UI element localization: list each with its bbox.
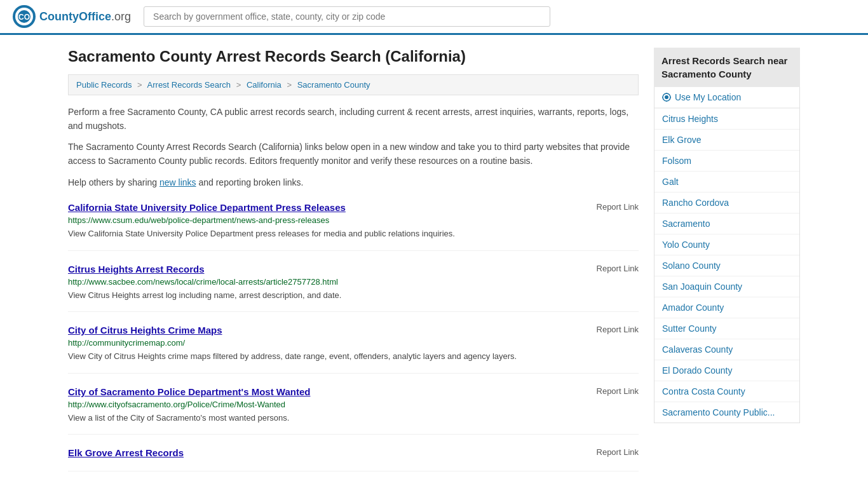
resource-desc: View California State University Police … bbox=[68, 227, 639, 240]
resource-header: California State University Police Depar… bbox=[68, 202, 639, 213]
resource-desc: View a list of the City of Sacramento's … bbox=[68, 412, 639, 424]
sidebar-item[interactable]: Contra Costa County bbox=[654, 381, 799, 402]
search-input[interactable] bbox=[144, 6, 550, 27]
sidebar-item[interactable]: Sacramento bbox=[654, 214, 799, 234]
sidebar-link-calaveras-county[interactable]: Calaveras County bbox=[654, 339, 799, 360]
sidebar-link-sacramento-county-public[interactable]: Sacramento County Public... bbox=[654, 402, 799, 423]
sidebar-link-galt[interactable]: Galt bbox=[654, 172, 799, 192]
description-para-2: The Sacramento County Arrest Records Sea… bbox=[68, 140, 639, 168]
sidebar-item[interactable]: Galt bbox=[654, 172, 799, 193]
sidebar-item[interactable]: Yolo County bbox=[654, 234, 799, 255]
sidebar-list: Use My Location Citrus Heights Elk Grove… bbox=[654, 87, 800, 423]
breadcrumb-sep-1: > bbox=[137, 80, 142, 90]
breadcrumb-link-california[interactable]: California bbox=[247, 80, 281, 90]
resource-title[interactable]: City of Citrus Heights Crime Maps bbox=[68, 325, 222, 336]
sidebar-link-folsom[interactable]: Folsom bbox=[654, 151, 799, 171]
description-para-1: Perform a free Sacramento County, CA pub… bbox=[68, 105, 639, 133]
resource-item: California State University Police Depar… bbox=[68, 202, 639, 251]
resource-url[interactable]: http://www.sacbee.com/news/local/crime/l… bbox=[68, 277, 639, 287]
sidebar-item[interactable]: Solano County bbox=[654, 255, 799, 276]
resource-header: City of Citrus Heights Crime Maps Report… bbox=[68, 325, 639, 336]
sidebar-link-elk-grove[interactable]: Elk Grove bbox=[654, 130, 799, 150]
sidebar-item[interactable]: El Dorado County bbox=[654, 360, 799, 381]
sidebar-item[interactable]: Sutter County bbox=[654, 318, 799, 339]
resource-url[interactable]: https://www.csum.edu/web/police-departme… bbox=[68, 215, 639, 225]
resource-title[interactable]: California State University Police Depar… bbox=[68, 202, 346, 213]
resource-desc: View Citrus Heights arrest log including… bbox=[68, 289, 639, 302]
sidebar-item[interactable]: Sacramento County Public... bbox=[654, 402, 799, 423]
description-para-3: Help others by sharing new links and rep… bbox=[68, 176, 639, 190]
svg-text:CO: CO bbox=[18, 13, 30, 22]
sidebar-link-sacramento[interactable]: Sacramento bbox=[654, 214, 799, 234]
sidebar-link-san-joaquin-county[interactable]: San Joaquin County bbox=[654, 276, 799, 297]
svg-point-4 bbox=[665, 95, 668, 99]
resource-header: Elk Grove Arrest Records Report Link bbox=[68, 447, 639, 458]
site-header: CO CountyOffice.org bbox=[0, 0, 868, 35]
use-my-location-label: Use My Location bbox=[675, 92, 741, 102]
sidebar-item[interactable]: San Joaquin County bbox=[654, 276, 799, 297]
sidebar-item[interactable]: Calaveras County bbox=[654, 339, 799, 360]
logo[interactable]: CO CountyOffice.org bbox=[13, 5, 131, 28]
report-link[interactable]: Report Link bbox=[597, 264, 639, 273]
sidebar-link-rancho-cordova[interactable]: Rancho Cordova bbox=[654, 193, 799, 213]
location-icon bbox=[662, 93, 671, 102]
sidebar: Arrest Records Search near Sacramento Co… bbox=[654, 48, 800, 471]
sidebar-item[interactable]: Citrus Heights bbox=[654, 109, 799, 130]
new-links-link[interactable]: new links bbox=[159, 177, 196, 187]
resource-url[interactable]: http://www.cityofsacramento.org/Police/C… bbox=[68, 400, 639, 409]
breadcrumb-link-public-records[interactable]: Public Records bbox=[76, 80, 132, 90]
use-my-location-button[interactable]: Use My Location bbox=[654, 87, 799, 108]
sidebar-link-amador-county[interactable]: Amador County bbox=[654, 297, 799, 318]
resource-header: Citrus Heights Arrest Records Report Lin… bbox=[68, 264, 639, 274]
sidebar-link-yolo-county[interactable]: Yolo County bbox=[654, 234, 799, 255]
breadcrumb-link-sacramento-county[interactable]: Sacramento County bbox=[297, 80, 370, 90]
main-content: Sacramento County Arrest Records Search … bbox=[68, 48, 639, 471]
breadcrumb-sep-2: > bbox=[236, 80, 241, 90]
sidebar-item[interactable]: Amador County bbox=[654, 297, 799, 318]
main-wrapper: Sacramento County Arrest Records Search … bbox=[53, 35, 815, 484]
sidebar-item[interactable]: Elk Grove bbox=[654, 130, 799, 151]
logo-icon: CO bbox=[13, 5, 36, 28]
resource-item: Citrus Heights Arrest Records Report Lin… bbox=[68, 264, 639, 313]
sidebar-use-location[interactable]: Use My Location bbox=[654, 87, 799, 109]
report-link[interactable]: Report Link bbox=[597, 325, 639, 334]
resource-item: City of Citrus Heights Crime Maps Report… bbox=[68, 325, 639, 374]
resource-url[interactable]: http://communitycrimemap.com/ bbox=[68, 338, 639, 348]
resource-item: Elk Grove Arrest Records Report Link bbox=[68, 447, 639, 471]
sidebar-link-sutter-county[interactable]: Sutter County bbox=[654, 318, 799, 339]
report-link[interactable]: Report Link bbox=[597, 386, 639, 396]
resource-item: City of Sacramento Police Department's M… bbox=[68, 386, 639, 435]
logo-text: CountyOffice.org bbox=[39, 10, 131, 24]
page-title: Sacramento County Arrest Records Search … bbox=[68, 48, 639, 65]
resources-list: California State University Police Depar… bbox=[68, 202, 639, 471]
resource-title[interactable]: Elk Grove Arrest Records bbox=[68, 447, 184, 458]
resource-title[interactable]: City of Sacramento Police Department's M… bbox=[68, 386, 310, 397]
sidebar-item[interactable]: Folsom bbox=[654, 151, 799, 172]
breadcrumb-sep-3: > bbox=[287, 80, 292, 90]
sidebar-link-citrus-heights[interactable]: Citrus Heights bbox=[654, 109, 799, 129]
report-link[interactable]: Report Link bbox=[597, 202, 639, 212]
breadcrumb-link-arrest-records-search[interactable]: Arrest Records Search bbox=[147, 80, 231, 90]
resource-header: City of Sacramento Police Department's M… bbox=[68, 386, 639, 397]
sidebar-header: Arrest Records Search near Sacramento Co… bbox=[654, 48, 800, 87]
breadcrumb: Public Records > Arrest Records Search >… bbox=[68, 74, 639, 95]
sidebar-link-solano-county[interactable]: Solano County bbox=[654, 255, 799, 276]
resource-title[interactable]: Citrus Heights Arrest Records bbox=[68, 264, 205, 274]
resource-desc: View City of Citrus Heights crime maps f… bbox=[68, 350, 639, 363]
sidebar-link-contra-costa-county[interactable]: Contra Costa County bbox=[654, 381, 799, 402]
sidebar-link-el-dorado-county[interactable]: El Dorado County bbox=[654, 360, 799, 381]
sidebar-item[interactable]: Rancho Cordova bbox=[654, 193, 799, 214]
report-link[interactable]: Report Link bbox=[597, 447, 639, 457]
